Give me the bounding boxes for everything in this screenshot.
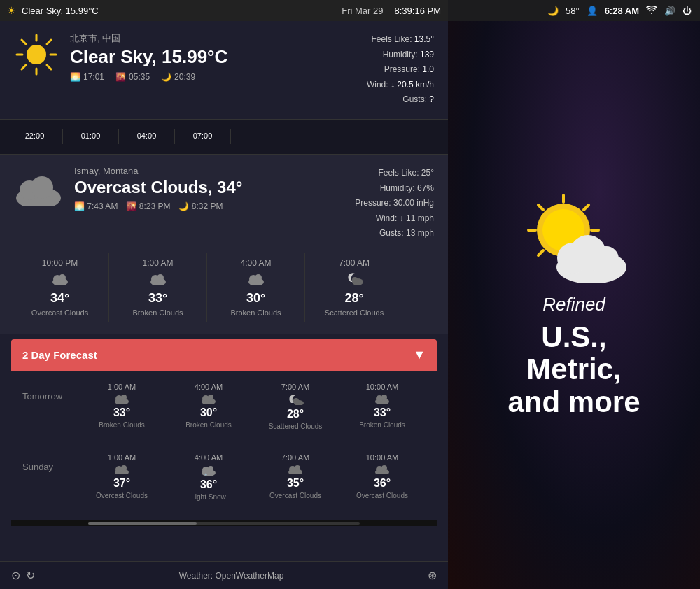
- bottom-bar: ⊙ ↻ Weather: OpenWeatherMap ⊛: [0, 561, 448, 589]
- forecast-title: 2 Day Forecast: [22, 349, 97, 361]
- ismay-card: Ismay, Montana Overcast Clouds, 34° 🌅 7:…: [0, 155, 448, 334]
- weather-credit: Weather: OpenWeatherMap: [179, 571, 284, 581]
- forecast-sunday-3: 10:00 AM 36° Overcast Clouds: [339, 450, 426, 504]
- main-panel: 北京市, 中国 Clear Sky, 15.99°C 🌅 17:01 🌇 05:…: [0, 21, 448, 589]
- ismay-hour-1-icon: [150, 272, 167, 288]
- svg-point-14: [59, 274, 66, 281]
- svg-point-11: [31, 176, 53, 199]
- svg-point-25: [121, 395, 127, 400]
- power-icon: ⏻: [682, 6, 692, 16]
- ismay-details: Feels Like: 25° Humidity: 67% Pressure: …: [343, 166, 434, 241]
- ismay-city: Ismay, Montana: [74, 166, 332, 176]
- ismay-hour-0: 10:00 PM 34° Overcast Clouds: [11, 253, 109, 322]
- top-bar-date: Fri Mar 29: [342, 6, 383, 16]
- hour-item-1: 01:00: [63, 129, 119, 144]
- beijing-weather: 北京市, 中国 Clear Sky, 15.99°C 🌅 17:01 🌇 05:…: [0, 21, 448, 120]
- svg-point-20: [255, 274, 262, 281]
- ismay-hour-0-icon: [52, 272, 69, 288]
- status-bar: 🌙 58° 👤 6:28 AM 🔊 ⏻: [448, 0, 700, 21]
- beijing-weather-main: Clear Sky, 15.99°C: [70, 46, 356, 68]
- svg-point-46: [382, 465, 387, 471]
- volume-icon: 🔊: [664, 6, 676, 16]
- ismay-hour-2: 4:00 AM 30° Broken Clouds: [207, 253, 305, 322]
- forecast-tomorrow-2-icon: [287, 394, 304, 408]
- forecast-tomorrow-2: 7:00 AM 28° Scattered Clouds: [252, 380, 339, 433]
- forecast-sunday-items: 1:00 AM 37° Overcast Clouds 4:00 AM: [78, 450, 426, 504]
- forecast-sunday-0: 1:00 AM 37° Overcast Clouds: [78, 450, 165, 504]
- svg-point-39: [208, 466, 214, 471]
- top-bar: ☀ Clear Sky, 15.99°C Fri Mar 29 8:39:16 …: [0, 0, 448, 21]
- hourly-bar: 22:00 01:00 04:00 07:00: [0, 120, 448, 155]
- beijing-moonrise: 🌙 20:39: [161, 72, 195, 82]
- forecast-sunday-2-icon: [288, 464, 303, 477]
- beijing-details: Feels Like: 13.5° Humidity: 139 Pressure…: [367, 32, 434, 108]
- svg-point-36: [121, 465, 127, 471]
- ismay-hour-2-icon: [248, 272, 265, 288]
- location-icon[interactable]: ⊙: [11, 569, 20, 582]
- forecast-tomorrow-0-icon: [114, 394, 130, 406]
- ismay-hourly: 10:00 PM 34° Overcast Clouds 1:00 AM 33°…: [0, 247, 448, 334]
- forecast-sunday-3-icon: [374, 464, 390, 477]
- refresh-icon[interactable]: ↻: [26, 569, 35, 582]
- ismay-weather-main: Overcast Clouds, 34°: [74, 178, 332, 197]
- beijing-info: 北京市, 中国 Clear Sky, 15.99°C 🌅 17:01 🌇 05:…: [70, 32, 356, 82]
- forecast-tomorrow-1: 4:00 AM 30° Broken Clouds: [165, 380, 252, 433]
- ismay-sunrise: 🌅 7:43 AM: [74, 201, 118, 211]
- svg-point-22: [352, 277, 358, 283]
- scroll-indicator[interactable]: [11, 520, 437, 526]
- refined-label: Refined: [542, 294, 606, 315]
- settings-icon[interactable]: ⊛: [428, 569, 437, 582]
- moon-icon: 🌙: [547, 6, 559, 16]
- forecast-sunday-0-icon: [114, 464, 130, 477]
- svg-point-43: [295, 465, 300, 471]
- svg-text:❄: ❄: [204, 472, 207, 476]
- forecast-sunday-label: Sunday: [22, 450, 78, 472]
- svg-point-60: [594, 246, 619, 271]
- right-panel: 🌙 58° 👤 6:28 AM 🔊 ⏻: [448, 0, 700, 589]
- beijing-meta: 🌅 17:01 🌇 05:35 🌙 20:39: [70, 72, 356, 82]
- forecast-chevron: ▼: [413, 348, 426, 362]
- top-bar-weather: Clear Sky, 15.99°C: [22, 6, 99, 16]
- beijing-city: 北京市, 中国: [70, 32, 356, 45]
- forecast-tomorrow-3-icon: [374, 394, 390, 406]
- svg-point-28: [208, 395, 214, 400]
- svg-point-17: [157, 274, 164, 281]
- svg-line-5: [47, 65, 51, 69]
- ismay-hour-3-icon: [345, 272, 363, 288]
- svg-line-4: [22, 40, 26, 44]
- user-icon: 👤: [587, 6, 598, 16]
- sun-icon: ☀: [7, 5, 16, 16]
- forecast-tomorrow-0: 1:00 AM 33° Broken Clouds: [78, 380, 165, 433]
- forecast-divider: [22, 439, 426, 439]
- forecast-tomorrow-1-icon: [201, 394, 216, 406]
- forecast-sunday-1-icon: ❄: [201, 464, 216, 478]
- forecast-sunday-row: Sunday 1:00 AM 37° Overcast Clouds 4:00 …: [11, 442, 437, 506]
- forecast-tomorrow-items: 1:00 AM 33° Broken Clouds 4:00 AM 30°: [78, 380, 426, 433]
- svg-line-55: [584, 205, 589, 210]
- svg-line-7: [22, 65, 26, 69]
- ismay-info: Ismay, Montana Overcast Clouds, 34° 🌅 7:…: [74, 166, 332, 211]
- svg-point-33: [382, 395, 387, 400]
- refined-desc: U.S., Metric, and more: [507, 321, 640, 418]
- svg-point-8: [27, 45, 46, 64]
- wifi-icon: [646, 6, 657, 16]
- svg-line-56: [538, 250, 543, 255]
- scroll-track: [88, 522, 360, 525]
- ismay-cloud-icon: [14, 171, 63, 206]
- ismay-meta: 🌅 7:43 AM 🌇 8:23 PM 🌙 8:32 PM: [74, 201, 332, 211]
- forecast-sunday-1: 4:00 AM ❄ 36° Light Snow: [165, 450, 252, 504]
- hour-item-2: 04:00: [119, 129, 175, 144]
- beijing-sunrise: 🌅 17:01: [70, 72, 104, 82]
- svg-line-6: [47, 40, 51, 44]
- promo-weather-icon: [518, 192, 630, 283]
- ismay-hour-3: 7:00 AM 28° Scattered Clouds: [305, 253, 403, 322]
- forecast-section: 2 Day Forecast ▼ Tomorrow 1:00 AM 33° Br…: [0, 334, 448, 526]
- promo-area: Refined U.S., Metric, and more: [448, 21, 700, 589]
- beijing-sunset: 🌇 05:35: [115, 72, 150, 82]
- forecast-header[interactable]: 2 Day Forecast ▼: [11, 339, 437, 371]
- ismay-hour-1: 1:00 AM 33° Broken Clouds: [109, 253, 207, 322]
- forecast-body: Tomorrow 1:00 AM 33° Broken Clouds 4:00 …: [11, 371, 437, 515]
- forecast-tomorrow-3: 10:00 AM 33° Broken Clouds: [339, 380, 426, 433]
- forecast-sunday-2: 7:00 AM 35° Overcast Clouds: [252, 450, 339, 504]
- hour-item-0: 22:00: [7, 129, 63, 144]
